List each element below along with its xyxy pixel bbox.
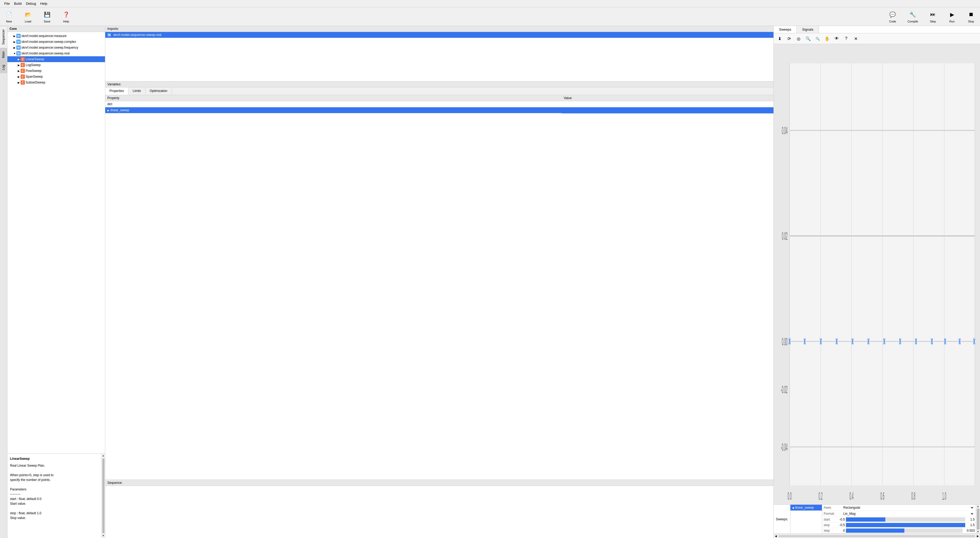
axes-dropdown[interactable]: RectangularPolarSmith — [842, 506, 974, 510]
plot-area: 0.04 0.02 0.00 -0.02 -0.04 0.0 0.2 0.4 0… — [774, 44, 980, 505]
sweep-cell: ▶ linear_sweep — [105, 107, 562, 113]
param-start-bar — [846, 517, 885, 522]
desc-scroll-up[interactable]: ▲ — [102, 454, 105, 458]
tree-item-span[interactable]: ▶ C SpanSweep — [7, 74, 105, 79]
load-label: Load — [25, 20, 31, 23]
desc-line-10: stop : float, default 1.0 — [10, 511, 98, 516]
tree-item-measure[interactable]: ▶ M sknrf.model.sequencer.measure — [7, 33, 105, 39]
step-icon: ⏭ — [929, 10, 937, 19]
svg-text:0.04: 0.04 — [782, 124, 788, 136]
menubar: File Build Debug Help — [0, 0, 980, 7]
menu-debug[interactable]: Debug — [24, 1, 38, 6]
param-stop-bar — [846, 523, 965, 527]
tool-pan[interactable]: ✋ — [824, 35, 831, 42]
tree-arrow-pow: ▶ — [17, 70, 21, 72]
desc-line-7: start : float, default 0.0 — [10, 497, 98, 501]
tool-reset[interactable]: ⟳ — [785, 35, 793, 42]
toolbar: 📄 New 📂 Load 💾 Save ❓ Help 💬 Code 🔧 Comp… — [0, 7, 980, 26]
help-label: Help — [63, 20, 69, 23]
tool-zoom-in[interactable]: 🔍 — [804, 35, 812, 42]
compile-label: Compile — [908, 20, 918, 23]
tree-label-measure: sknrf.model.sequencer.measure — [21, 34, 67, 38]
plot-svg: 0.04 0.02 0.00 -0.02 -0.04 0.0 0.2 0.4 0… — [774, 44, 980, 505]
step-button[interactable]: ⏭ Step — [926, 9, 940, 24]
code-button[interactable]: 💬 Code — [886, 9, 900, 24]
svg-text:0.2: 0.2 — [818, 490, 822, 502]
tree-item-complex[interactable]: ▶ M sknrf.model.sequencer.sweep.complex — [7, 39, 105, 44]
prop-row-sweep[interactable]: ▶ linear_sweep — [105, 107, 773, 114]
tool-zoom-fit[interactable]: ◎ — [795, 35, 802, 42]
desc-scroll-thumb — [102, 459, 105, 533]
tree-item-real[interactable]: ▼ M sknrf.model.sequencer.sweep.real — [7, 51, 105, 56]
svg-text:0.00: 0.00 — [782, 336, 788, 348]
param-start-key: start — [822, 517, 835, 521]
h-scroll-left[interactable]: ◀ — [774, 535, 778, 538]
param-start-left: -0.5 — [835, 517, 846, 521]
param-start-bar-container[interactable] — [846, 517, 965, 522]
param-start-row: start -0.5 1.5 — [822, 517, 976, 522]
tab-limits[interactable]: Limits — [129, 87, 145, 95]
tree-label-frequency: sknrf.model.sequencer.sweep.frequency — [21, 46, 78, 49]
new-icon: 📄 — [5, 10, 13, 19]
menu-file[interactable]: File — [2, 1, 12, 6]
tab-properties[interactable]: Properties — [105, 87, 129, 95]
sweep-collapse-btn[interactable]: ◀ — [792, 506, 794, 509]
tab-signals[interactable]: Signals — [797, 26, 819, 33]
sweep-list-item-linear[interactable]: ◀ linear_sweep — [791, 505, 822, 511]
stop-label: Stop — [968, 20, 974, 23]
tree-arrow-real: ▼ — [13, 52, 16, 55]
side-tab-sequencer[interactable]: Sequencer — [0, 26, 7, 48]
side-tab-main[interactable]: Main — [0, 48, 7, 61]
compile-button[interactable]: 🔧 Compile — [905, 9, 921, 24]
sweeps-scroll-up[interactable]: ▲ — [977, 505, 980, 508]
tool-zoom-out[interactable]: 🔍 — [814, 35, 821, 42]
tree-item-log[interactable]: ▶ C LogSweep — [7, 62, 105, 68]
param-step-right: 0.503 — [963, 529, 976, 532]
axes-row: Axes: RectangularPolarSmith — [822, 505, 976, 511]
desc-scrollbar[interactable]: ▲ ▼ — [101, 454, 105, 538]
tree-item-frequency[interactable]: ▶ M sknrf.model.sequencer.sweep.frequenc… — [7, 44, 105, 51]
menu-help[interactable]: Help — [38, 1, 49, 6]
tree-item-pow[interactable]: ▶ C PowSweep — [7, 68, 105, 74]
tree-icon-frequency: M — [16, 46, 21, 50]
desc-line-2: When points=0, step is used to — [10, 473, 98, 478]
tool-eye[interactable]: 👁 — [833, 35, 840, 42]
h-scroll-track[interactable] — [778, 535, 975, 537]
side-tab-log[interactable]: Log — [0, 61, 7, 73]
tool-marker[interactable]: ? — [843, 35, 850, 42]
tab-sweeps[interactable]: Sweeps — [774, 26, 797, 33]
tool-download[interactable]: ⬇ — [776, 35, 783, 42]
tree-item-subset[interactable]: ▶ C SubsetSweep — [7, 79, 105, 85]
format-dropdown[interactable]: Lin_MagLog_MagPhaseRealImag — [842, 512, 974, 516]
param-stop-bar-container[interactable] — [846, 523, 965, 527]
sweeps-scroll-down[interactable]: ▼ — [977, 530, 980, 533]
svg-text:-0.02: -0.02 — [781, 383, 788, 395]
stop-button[interactable]: ⏹ Stop — [964, 9, 978, 24]
tree-label-log: LogSweep — [25, 63, 41, 67]
new-button[interactable]: 📄 New — [2, 9, 16, 24]
import-item-label: sknrf.model.sequencer.sweep.real — [113, 33, 161, 37]
help-icon: ❓ — [62, 10, 70, 19]
save-button[interactable]: 💾 Save — [40, 9, 54, 24]
load-button[interactable]: 📂 Load — [21, 9, 35, 24]
sweep-item-label: linear_sweep — [795, 506, 814, 509]
svg-text:0.8: 0.8 — [911, 490, 915, 502]
tab-optimization[interactable]: Optimization — [145, 87, 172, 95]
tool-close-plot[interactable]: ✕ — [852, 35, 859, 42]
dict-label: dict — [105, 101, 562, 107]
import-item-real[interactable]: M sknrf.model.sequencer.sweep.real — [105, 32, 773, 38]
help-button[interactable]: ❓ Help — [59, 9, 73, 24]
imports-label: Imports: — [105, 26, 773, 32]
desc-scroll-down[interactable]: ▼ — [102, 534, 105, 538]
sweeps-scrollbar[interactable]: ▲ ▼ — [976, 505, 980, 533]
left-panel: Core ▶ M sknrf.model.sequencer.measure ▶… — [7, 26, 105, 538]
svg-text:0.0: 0.0 — [788, 490, 791, 502]
tree-item-linear[interactable]: ▶ C LinearSweep — [7, 56, 105, 62]
param-step-bar-container[interactable] — [846, 528, 963, 533]
h-scroll-right[interactable]: ▶ — [976, 535, 980, 538]
tree-arrow-log: ▶ — [17, 63, 21, 67]
svg-text:0.6: 0.6 — [880, 490, 884, 502]
menu-build[interactable]: Build — [12, 1, 24, 6]
run-button[interactable]: ▶ Run — [945, 9, 959, 24]
variables-area: Variables: Properties Limits Optimizatio… — [105, 81, 773, 480]
